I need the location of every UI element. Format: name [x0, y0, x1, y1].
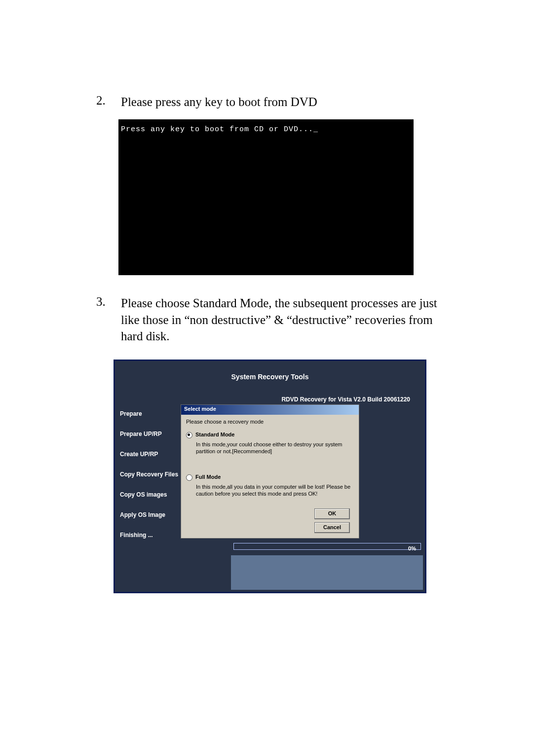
option-full-label: Full Mode [195, 474, 221, 480]
dialog-prompt: Please choose a recovery mode [186, 419, 354, 425]
sidebar-item-finishing: Finishing ... [120, 532, 184, 539]
sidebar-item-create-uprp: Create UP/RP [120, 451, 184, 458]
step-3: 3. Please choose Standard Mode, the subs… [96, 280, 439, 345]
bios-boot-prompt: Press any key to boot from CD or DVD..._ [121, 125, 318, 134]
sidebar-item-copy-os: Copy OS images [120, 491, 184, 498]
progress-percent: 0% [408, 545, 416, 551]
dialog-title: Select mode [181, 405, 359, 415]
step-3-text: Please choose Standard Mode, the subsequ… [121, 295, 439, 345]
dialog-body: Please choose a recovery mode Standard M… [181, 415, 359, 497]
sidebar-item-prepare: Prepare [120, 410, 184, 417]
select-mode-dialog: Select mode Please choose a recovery mod… [181, 404, 359, 539]
option-standard-desc: In this mode,your could choose either to… [196, 441, 354, 455]
option-full-desc: In this mode,all you data in your comput… [196, 483, 354, 498]
radio-icon [186, 432, 192, 438]
option-standard-mode[interactable]: Standard Mode [186, 432, 354, 438]
sidebar-item-prepare-uprp: Prepare UP/RP [120, 431, 184, 437]
tool-sidebar: Prepare Prepare UP/RP Create UP/RP Copy … [120, 410, 184, 552]
document-page: 2. Please press any key to boot from DVD… [0, 0, 533, 756]
tool-title: System Recovery Tools [115, 373, 425, 381]
cancel-button[interactable]: Cancel [314, 522, 350, 533]
option-full-mode[interactable]: Full Mode [186, 474, 354, 481]
radio-icon [186, 474, 192, 481]
step-2-text: Please press any key to boot from DVD [121, 94, 317, 110]
sidebar-item-copy-recovery: Copy Recovery Files [120, 471, 184, 478]
progress-bar [233, 543, 421, 550]
step-2-number: 2. [96, 94, 121, 108]
bios-screenshot: Press any key to boot from CD or DVD..._ [118, 119, 414, 275]
sidebar-item-apply-os: Apply OS Image [120, 511, 184, 518]
step-2: 2. Please press any key to boot from DVD [96, 0, 439, 110]
recovery-tool-screenshot: System Recovery Tools RDVD Recovery for … [114, 360, 426, 593]
dialog-buttons: OK Cancel [314, 508, 350, 533]
ok-button[interactable]: OK [314, 508, 350, 519]
log-panel [231, 555, 423, 590]
step-3-number: 3. [96, 295, 121, 309]
option-standard-label: Standard Mode [195, 432, 234, 437]
tool-version: RDVD Recovery for Vista V2.0 Build 20061… [281, 396, 410, 403]
